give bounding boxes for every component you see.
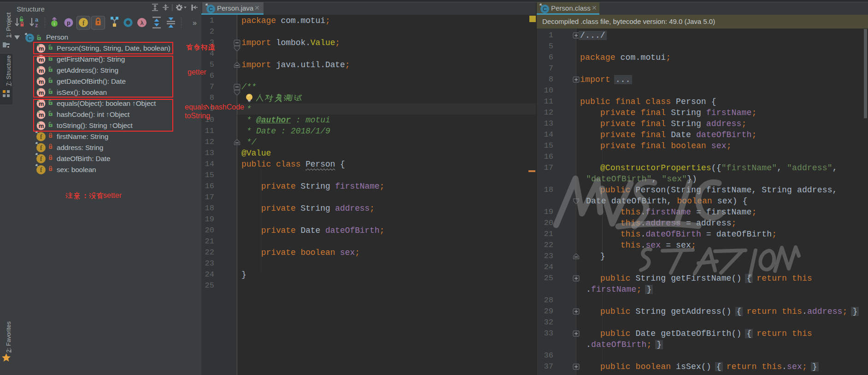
svg-text:i: i: [54, 22, 55, 26]
svg-text:p: p: [67, 19, 70, 26]
svg-text:f: f: [82, 20, 85, 27]
svg-text:»: »: [193, 19, 197, 27]
svg-text:z: z: [35, 22, 38, 29]
svg-text:λ: λ: [141, 19, 144, 26]
